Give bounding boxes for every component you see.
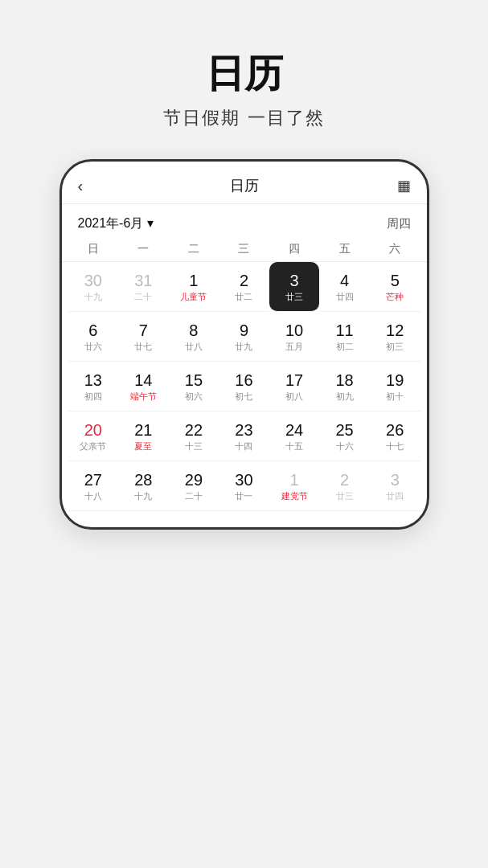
calendar-day-cell[interactable]: 14端午节 [118, 362, 169, 411]
calendar-day-cell[interactable]: 30廿一 [219, 461, 269, 511]
calendar-day-cell[interactable]: 30十九 [68, 262, 119, 312]
calendar-day-cell[interactable]: 17初八 [269, 362, 320, 411]
calendar-day-cell[interactable]: 21夏至 [118, 411, 169, 461]
calendar-day-cell[interactable]: 2廿三 [319, 461, 370, 511]
phone-frame: ‹ 日历 ▦ 2021年-6月 ▾ 周四 日一二三四五六 30十九31二十1儿童… [59, 159, 429, 530]
current-weekday: 周四 [387, 216, 411, 231]
calendar-day-cell[interactable]: 24十五 [269, 411, 320, 461]
calendar-day-cell[interactable]: 11初二 [319, 312, 370, 362]
calendar-day-cell[interactable]: 26十七 [370, 411, 420, 461]
calendar-day-cell[interactable]: 23十四 [219, 411, 269, 461]
weekdays-row: 日一二三四五六 [62, 237, 427, 262]
weekday-header: 二 [169, 237, 219, 261]
month-row: 2021年-6月 ▾ 周四 [62, 204, 427, 237]
header-title: 日历 [230, 176, 259, 195]
calendar-day-cell[interactable]: 16初七 [219, 362, 269, 411]
calendar-day-cell[interactable]: 27十八 [68, 461, 119, 511]
calendar-grid: 30十九31二十1儿童节2廿二3廿三4廿四5芒种6廿六7廿七8廿八9廿九10五月… [62, 262, 427, 511]
calendar-day-cell[interactable]: 7廿七 [118, 312, 169, 362]
calendar-day-cell[interactable]: 15初六 [169, 362, 219, 411]
weekday-header: 日 [68, 237, 119, 261]
calendar-day-cell[interactable]: 25十六 [319, 411, 370, 461]
calendar-day-cell[interactable]: 29二十 [169, 461, 219, 511]
weekday-header: 五 [319, 237, 370, 261]
calendar-day-cell[interactable]: 6廿六 [68, 312, 119, 362]
calendar-day-cell[interactable]: 1建党节 [269, 461, 320, 511]
calendar-day-cell[interactable]: 9廿九 [219, 312, 269, 362]
page-subtitle: 节日假期 一目了然 [163, 106, 324, 130]
calendar-day-cell[interactable]: 2廿二 [219, 262, 269, 312]
calendar-day-cell[interactable]: 3廿三 [269, 262, 320, 312]
calendar-day-cell[interactable]: 8廿八 [169, 312, 219, 362]
calendar-day-cell[interactable]: 28十九 [118, 461, 169, 511]
calendar-day-cell[interactable]: 22十三 [169, 411, 219, 461]
weekday-header: 四 [269, 237, 320, 261]
calendar-day-cell[interactable]: 1儿童节 [169, 262, 219, 312]
weekday-header: 三 [219, 237, 269, 261]
calendar-day-cell[interactable]: 5芒种 [370, 262, 420, 312]
calendar-day-cell[interactable]: 10五月 [269, 312, 320, 362]
calendar-day-cell[interactable]: 3廿四 [370, 461, 420, 511]
calendar-day-cell[interactable]: 12初三 [370, 312, 420, 362]
calendar-day-cell[interactable]: 4廿四 [319, 262, 370, 312]
calendar-grid-icon[interactable]: ▦ [385, 177, 411, 194]
app-header: ‹ 日历 ▦ [62, 162, 427, 204]
weekday-header: 六 [370, 237, 420, 261]
weekday-header: 一 [118, 237, 169, 261]
page-title: 日历 [206, 48, 283, 100]
calendar-day-cell[interactable]: 20父亲节 [68, 411, 119, 461]
calendar-day-cell[interactable]: 13初四 [68, 362, 119, 411]
back-button[interactable]: ‹ [78, 177, 104, 195]
month-selector[interactable]: 2021年-6月 ▾ [78, 215, 154, 232]
calendar-day-cell[interactable]: 19初十 [370, 362, 420, 411]
calendar-day-cell[interactable]: 31二十 [118, 262, 169, 312]
calendar-day-cell[interactable]: 18初九 [319, 362, 370, 411]
